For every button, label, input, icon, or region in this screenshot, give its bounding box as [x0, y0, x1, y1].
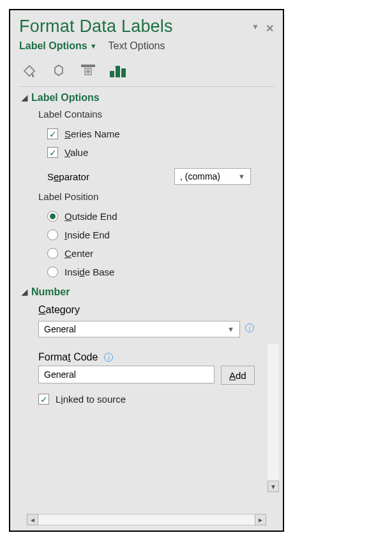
tab-label: Label Options — [19, 40, 87, 52]
category-label: Category — [38, 304, 80, 315]
collapse-icon: ◢ — [22, 288, 27, 297]
tab-text-options[interactable]: Text Options — [109, 40, 165, 52]
label-position-heading: Label Position — [38, 189, 274, 207]
pane-title: Format Data Labels — [19, 17, 252, 36]
radio-center[interactable] — [47, 248, 58, 259]
checkbox-value[interactable]: ✓ — [47, 147, 58, 158]
separator-select[interactable]: , (comma) ▼ — [174, 168, 251, 185]
vertical-scrollbar[interactable]: ▼ — [268, 344, 279, 492]
category-icon-row — [10, 54, 283, 86]
radio-outside-end[interactable] — [47, 211, 58, 222]
horizontal-scrollbar[interactable]: ◄ ► — [27, 514, 266, 525]
radio-label: Center — [64, 248, 93, 259]
info-icon[interactable]: i — [245, 323, 254, 332]
radio-label: Inside End — [64, 229, 110, 240]
checkbox-series-name[interactable]: ✓ — [47, 128, 58, 139]
radio-inside-base-row: Inside Base — [38, 263, 274, 281]
format-code-label: Format Code — [38, 352, 98, 363]
input-value: General — [44, 369, 76, 380]
scroll-left-button[interactable]: ◄ — [27, 514, 38, 525]
chevron-down-icon: ▼ — [90, 42, 97, 50]
chevron-down-icon: ▼ — [227, 325, 234, 333]
svg-rect-4 — [116, 66, 120, 77]
separator-label: Separator — [47, 171, 89, 182]
category-label-row: Category — [38, 300, 274, 318]
svg-rect-3 — [110, 71, 114, 77]
radio-outside-end-row: Outside End — [38, 207, 274, 226]
label-options-body: Label Contains ✓ Series Name ✓ Value Sep… — [10, 106, 283, 281]
check-icon: ✓ — [49, 130, 57, 139]
title-controls: ▼ ✕ — [252, 22, 274, 35]
fill-line-icon[interactable] — [19, 61, 40, 81]
checkbox-label: Series Name — [64, 128, 120, 139]
scroll-right-button[interactable]: ► — [255, 514, 266, 525]
checkbox-label: Value — [64, 147, 88, 158]
label-options-icon[interactable] — [107, 61, 128, 81]
checkbox-linked-row: ✓ Linked to source — [38, 390, 274, 408]
section-title: Number — [31, 286, 70, 298]
size-properties-icon[interactable] — [78, 61, 98, 81]
format-code-label-row: Format Code i — [38, 337, 274, 363]
radio-inside-end[interactable] — [47, 229, 58, 240]
check-icon: ✓ — [49, 148, 57, 157]
checkbox-linked-to-source[interactable]: ✓ — [38, 394, 49, 405]
svg-rect-1 — [81, 65, 95, 67]
task-pane-options-icon[interactable]: ▼ — [252, 22, 259, 35]
radio-center-row: Center — [38, 244, 274, 263]
close-icon[interactable]: ✕ — [266, 22, 274, 35]
format-code-input-wrap: General Add — [38, 363, 274, 385]
effects-icon[interactable] — [49, 61, 69, 81]
format-code-input[interactable]: General — [38, 366, 215, 383]
checkbox-label: Linked to source — [56, 394, 126, 405]
radio-dot — [50, 213, 56, 219]
top-tabs: Label Options ▼ Text Options — [10, 36, 283, 54]
info-icon[interactable]: i — [104, 353, 113, 362]
add-button[interactable]: Add — [221, 366, 255, 385]
section-title: Label Options — [31, 92, 100, 104]
category-select[interactable]: General ▼ — [38, 321, 240, 337]
number-body: Category General ▼ i Format Code i Gener… — [10, 300, 283, 408]
titlebar: Format Data Labels ▼ ✕ — [10, 10, 283, 36]
category-select-wrap: General ▼ i — [38, 318, 274, 337]
tab-label-options[interactable]: Label Options ▼ — [19, 40, 97, 52]
chevron-down-icon: ▼ — [238, 173, 245, 180]
radio-inside-end-row: Inside End — [38, 226, 274, 244]
svg-marker-0 — [55, 65, 63, 75]
format-data-labels-pane: Format Data Labels ▼ ✕ Label Options ▼ T… — [9, 9, 284, 532]
select-value: General — [44, 324, 76, 334]
label-contains-heading: Label Contains — [38, 106, 274, 125]
checkbox-value-row: ✓ Value — [38, 143, 274, 162]
section-number-header[interactable]: ◢ Number — [10, 281, 283, 300]
radio-label: Outside End — [64, 211, 117, 222]
radio-inside-base[interactable] — [47, 267, 58, 277]
collapse-icon: ◢ — [22, 93, 27, 102]
checkbox-series-name-row: ✓ Series Name — [38, 125, 274, 143]
tab-label: Text Options — [109, 40, 165, 52]
radio-label: Inside Base — [64, 267, 114, 277]
section-label-options-header[interactable]: ◢ Label Options — [10, 87, 283, 106]
svg-rect-5 — [121, 68, 126, 77]
scroll-down-button[interactable]: ▼ — [268, 481, 279, 492]
separator-row: Separator , (comma) ▼ — [38, 162, 274, 189]
check-icon: ✓ — [40, 395, 48, 404]
select-value: , (comma) — [180, 171, 220, 182]
